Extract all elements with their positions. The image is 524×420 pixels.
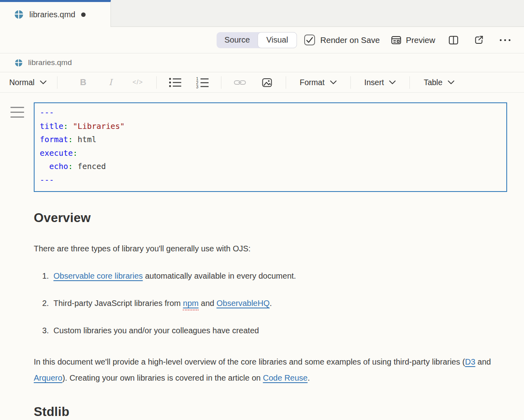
bold-icon: B: [80, 77, 86, 88]
code-line: execute:: [40, 147, 501, 160]
bullet-list-icon: [169, 77, 182, 88]
code-token: "Libraries": [73, 122, 125, 131]
code-icon: </>: [133, 79, 143, 86]
divider: [156, 76, 157, 89]
list-item-number: 2.: [34, 298, 53, 309]
tab-title: libraries.qmd: [29, 10, 75, 19]
code-token: echo: [49, 162, 68, 171]
doc-link[interactable]: npm: [183, 299, 199, 308]
insert-menu[interactable]: Insert: [356, 78, 405, 87]
link-button[interactable]: [226, 79, 254, 86]
render-on-save-label: Render on Save: [320, 35, 380, 45]
render-on-save-checkbox[interactable]: [304, 35, 315, 45]
code-token: execute: [40, 149, 73, 158]
doc-text: and: [475, 357, 491, 366]
doc-link[interactable]: D3: [465, 357, 475, 366]
bullet-list-button[interactable]: [162, 77, 189, 88]
code-token: fenced: [73, 162, 106, 171]
chevron-down-icon: [448, 80, 454, 85]
list-item-text: Observable core libraries automatically …: [53, 270, 296, 281]
block-drag-handle-icon[interactable]: [10, 107, 24, 121]
chevron-down-icon: [389, 80, 396, 85]
paragraph-style-dropdown[interactable]: Normal: [9, 78, 47, 87]
quarto-icon: [15, 59, 23, 67]
numbered-list-button[interactable]: 1 2 3: [189, 77, 216, 88]
code-token: :: [73, 149, 78, 158]
code-token: ---: [40, 175, 54, 185]
insert-menu-label: Insert: [364, 78, 384, 87]
divider: [409, 76, 410, 89]
code-token: title: [40, 122, 63, 131]
svg-text:3: 3: [196, 85, 199, 88]
doc-link[interactable]: Arquero: [34, 373, 62, 382]
code-token: :: [63, 122, 68, 131]
code-token: [40, 162, 49, 171]
section-heading[interactable]: Stdlib: [34, 404, 507, 419]
doc-text: ). Creating your own libraries is covere…: [62, 373, 263, 382]
unsaved-changes-dot: [81, 12, 86, 17]
breadcrumb: libraries.qmd: [0, 53, 524, 72]
list-item-text: Custom libraries you and/or your colleag…: [53, 325, 259, 336]
inline-code-button[interactable]: </>: [124, 79, 151, 86]
ordered-list: 1.Observable core libraries automaticall…: [34, 270, 507, 336]
doc-text: Third-party JavaScript libraries from: [53, 299, 183, 308]
tab-strip: libraries.qmd: [0, 0, 524, 27]
paragraph[interactable]: In this document we'll provide a high-le…: [34, 354, 495, 386]
doc-text: Custom libraries you and/or your colleag…: [53, 326, 259, 335]
tab-libraries-qmd[interactable]: libraries.qmd: [0, 0, 111, 27]
source-mode-button[interactable]: Source: [217, 35, 257, 45]
chevron-down-icon: [330, 80, 337, 85]
list-item[interactable]: 2.Third-party JavaScript libraries from …: [34, 298, 507, 309]
code-token: ---: [40, 108, 54, 117]
divider: [221, 76, 221, 89]
preview-icon: [391, 35, 402, 45]
format-toolbar: Normal B I </> 1 2 3: [0, 72, 524, 93]
preview-label: Preview: [406, 35, 435, 45]
code-line: ---: [40, 173, 501, 187]
image-button[interactable]: [254, 77, 281, 88]
divider: [286, 76, 286, 89]
list-item-number: 3.: [34, 325, 53, 336]
open-external-icon[interactable]: [474, 35, 484, 45]
split-editor-icon[interactable]: [448, 35, 459, 45]
doc-link[interactable]: Observable core libraries: [53, 271, 143, 280]
doc-text: and: [199, 299, 216, 308]
paragraph-style-label: Normal: [9, 78, 35, 87]
code-token: html: [73, 135, 96, 144]
chevron-down-icon: [40, 80, 47, 85]
image-icon: [262, 77, 272, 88]
yaml-block-wrapper: ---title: "Libraries"format: htmlexecute…: [34, 102, 507, 192]
more-actions-icon[interactable]: [499, 39, 511, 42]
format-menu-label: Format: [300, 78, 325, 87]
preview-button[interactable]: Preview: [391, 35, 435, 45]
doc-text: In this document we'll provide a high-le…: [34, 357, 465, 366]
italic-button[interactable]: I: [97, 77, 124, 87]
code-line: ---: [40, 106, 501, 120]
format-menu[interactable]: Format: [291, 78, 346, 87]
link-icon: [234, 79, 246, 86]
document-body[interactable]: ---title: "Libraries"format: htmlexecute…: [0, 93, 524, 419]
code-line: format: html: [40, 133, 501, 147]
bold-button[interactable]: B: [70, 77, 97, 88]
section-heading[interactable]: Overview: [34, 210, 507, 225]
table-menu[interactable]: Table: [415, 78, 463, 87]
list-item-text: Third-party JavaScript libraries from np…: [53, 298, 272, 309]
divider: [350, 76, 351, 89]
doc-text: .: [307, 373, 310, 382]
code-token: [68, 122, 73, 131]
doc-link[interactable]: Code Reuse: [263, 373, 307, 382]
yaml-front-matter[interactable]: ---title: "Libraries"format: htmlexecute…: [34, 102, 507, 192]
list-item[interactable]: 1.Observable core libraries automaticall…: [34, 270, 507, 281]
paragraph[interactable]: There are three types of library you'll …: [34, 243, 495, 254]
code-line: title: "Libraries": [40, 120, 501, 133]
table-menu-label: Table: [424, 78, 442, 87]
breadcrumb-file[interactable]: libraries.qmd: [28, 58, 72, 67]
code-token: format: [40, 135, 68, 144]
visual-mode-button[interactable]: Visual: [258, 32, 297, 48]
code-line: echo: fenced: [40, 160, 501, 173]
doc-link[interactable]: ObservableHQ: [217, 299, 270, 308]
quarto-icon: [14, 10, 23, 19]
italic-icon: I: [109, 77, 112, 87]
list-item[interactable]: 3.Custom libraries you and/or your colle…: [34, 325, 507, 336]
doc-text: automatically available in every documen…: [143, 271, 296, 280]
